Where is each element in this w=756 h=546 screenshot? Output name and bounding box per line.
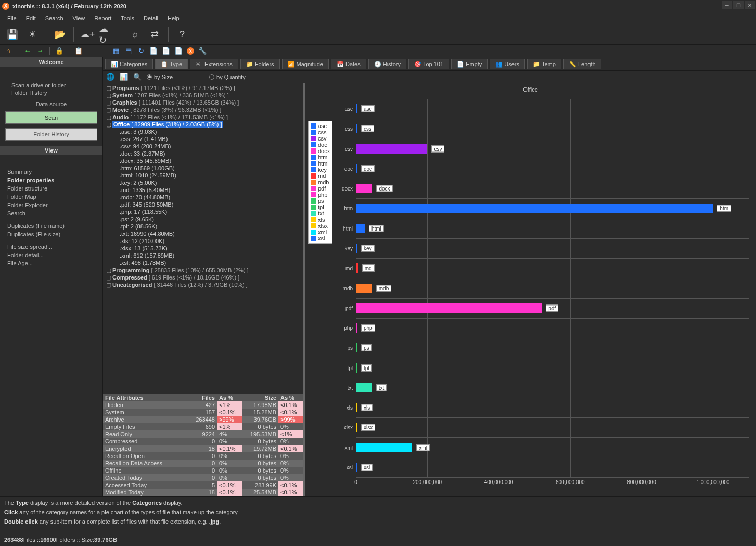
tab-folders[interactable]: 📁Folders [240, 59, 280, 69]
lock-icon[interactable]: 🔒 [55, 47, 63, 55]
chart-bar[interactable] [356, 184, 372, 193]
chart-bar[interactable] [356, 164, 357, 173]
by-quantity-radio[interactable]: by Quantity [209, 74, 246, 80]
chart-bar[interactable] [356, 423, 357, 432]
tab-categories[interactable]: 📊Categories [105, 59, 153, 69]
tab-type[interactable]: 📋Type [155, 59, 188, 69]
folder-history-button[interactable]: Folder History [5, 128, 97, 141]
category-tree[interactable]: ▢Programs [ 1121 Files (<1%) / 917.17MB … [103, 83, 303, 394]
chart-bar[interactable] [356, 263, 358, 273]
doc6-icon[interactable]: 📄 [174, 47, 183, 55]
tree-item[interactable]: .key: 2 (5.00K) [106, 179, 300, 186]
tab-temp[interactable]: 📁Temp [527, 59, 561, 69]
tree-item[interactable]: .docx: 35 (45.89MB) [106, 157, 300, 164]
tree-item[interactable]: .xlsx: 13 (515.73K) [106, 245, 300, 252]
chart-bar[interactable] [356, 323, 357, 333]
attr-row[interactable]: Created Today00%0 bytes0% [103, 474, 303, 481]
wrench-icon[interactable]: 🔧 [198, 47, 207, 55]
tree-category[interactable]: ▢Graphics [ 111401 Files (42%) / 13.65GB… [106, 99, 300, 106]
doc4-icon[interactable]: 📄 [149, 47, 158, 55]
brightness-icon[interactable]: ☼ [126, 26, 143, 43]
tree-item[interactable]: .asc: 3 (9.03K) [106, 128, 300, 135]
chart-bar[interactable] [356, 144, 427, 154]
menu-view[interactable]: View [69, 14, 89, 22]
tree-item[interactable]: .htm: 61569 (1.00GB) [106, 164, 300, 172]
tree-item[interactable]: .xsl: 498 (1.73MB) [106, 259, 300, 266]
tree-item[interactable]: .txt: 16990 (44.80MB) [106, 230, 300, 237]
sidebar-link[interactable]: Duplicates (File name) [0, 222, 102, 230]
attr-row[interactable]: Empty Files690<1%0 bytes0% [103, 423, 303, 430]
open-folder-icon[interactable]: 📂 [52, 26, 68, 43]
save-icon[interactable]: 💾 [4, 26, 21, 43]
sidebar-link[interactable]: Folder properties [0, 176, 102, 184]
tree-item[interactable]: .tpl: 2 (88.56K) [106, 223, 300, 230]
attr-row[interactable]: Hidden427<1%17.98MB<0.1% [103, 401, 303, 409]
tab-dates[interactable]: 📅Dates [331, 59, 366, 69]
tree-item[interactable]: .csv: 94 (200.24MB) [106, 143, 300, 150]
search-icon[interactable]: 🔍 [133, 73, 142, 81]
sidebar-link[interactable]: File Age... [0, 259, 102, 268]
menu-detail[interactable]: Detail [139, 14, 162, 22]
attr-row[interactable]: Accessed Today5<0.1%283.99K<0.1% [103, 481, 303, 489]
refresh-icon[interactable]: ⇄ [146, 26, 163, 43]
doc5-icon[interactable]: 📄 [162, 47, 170, 55]
tree-item[interactable]: .html: 1010 (24.59MB) [106, 172, 300, 179]
x-icon[interactable]: X [187, 47, 194, 55]
menu-tools[interactable]: Tools [117, 14, 138, 22]
tree-category[interactable]: ▢Compressed [ 619 Files (<1%) / 18.16GB … [106, 274, 300, 281]
cloud-add-icon[interactable]: ☁+ [79, 26, 96, 43]
attr-row[interactable]: System157<0.1%15.28MB<0.1% [103, 409, 303, 416]
tree-item[interactable]: .css: 267 (1.41MB) [106, 135, 300, 143]
attr-row[interactable]: Recall on Data Access00%0 bytes0% [103, 460, 303, 467]
doc2-icon[interactable]: ▤ [124, 47, 133, 55]
tree-item[interactable]: .ps: 2 (9.65K) [106, 215, 300, 223]
tree-category[interactable]: ▢System [ 707 Files (<1%) / 336.51MB (<1… [106, 92, 300, 99]
minimize-button[interactable]: ─ [722, 1, 732, 9]
sidebar-link[interactable]: File size spread... [0, 243, 102, 251]
chart-bar[interactable] [356, 383, 372, 392]
tab-top-101[interactable]: 🎯Top 101 [408, 59, 449, 69]
chart-bar[interactable] [356, 363, 357, 373]
menu-report[interactable]: Report [90, 14, 116, 22]
tree-item[interactable]: .xml: 612 (157.89MB) [106, 252, 300, 259]
chart-bar[interactable] [356, 104, 357, 113]
tree-item[interactable]: .xls: 12 (210.00K) [106, 237, 300, 245]
by-size-radio[interactable]: by Size [147, 74, 173, 80]
tree-item[interactable]: .doc: 33 (2.37MB) [106, 150, 300, 157]
back-icon[interactable]: ← [23, 47, 32, 55]
attr-row[interactable]: Archive263448>99%39.76GB>99% [103, 416, 303, 423]
sidebar-link[interactable]: Summary [0, 168, 102, 176]
tab-empty[interactable]: 📄Empty [451, 59, 488, 69]
tab-history[interactable]: 🕘History [368, 59, 406, 69]
menu-help[interactable]: Help [163, 14, 184, 22]
attr-row[interactable]: Compressed00%0 bytes0% [103, 438, 303, 445]
attr-row[interactable]: Encrypted18<0.1%19.72MB<0.1% [103, 445, 303, 452]
scan-drive-label[interactable]: Scan a drive or folder [11, 82, 102, 88]
tree-item[interactable]: .mdb: 70 (44.80MB) [106, 194, 300, 201]
attr-row[interactable]: Recall on Open00%0 bytes0% [103, 452, 303, 460]
forward-icon[interactable]: → [36, 47, 44, 55]
chart-bar[interactable] [356, 224, 365, 233]
tree-category[interactable]: ▢Audio [ 1172 Files (<1%) / 171.53MB (<1… [106, 113, 300, 121]
chart-bar[interactable] [356, 204, 713, 213]
tree-category[interactable]: ▢Movie [ 8278 Files (3%) / 96.32MB (<1%)… [106, 106, 300, 113]
home-icon[interactable]: ⌂ [4, 47, 12, 55]
tab-length[interactable]: 📏Length [563, 59, 601, 69]
chart-bar[interactable] [356, 284, 372, 293]
folder-history-label[interactable]: Folder History [11, 90, 102, 96]
tree-category[interactable]: ▢Uncategorised [ 31446 Files (12%) / 3.7… [106, 281, 300, 288]
maximize-button[interactable]: ☐ [733, 1, 744, 9]
attr-row[interactable]: Offline00%0 bytes0% [103, 467, 303, 474]
menu-file[interactable]: File [3, 14, 21, 22]
sidebar-link[interactable]: Folder detail... [0, 251, 102, 259]
globe-icon[interactable]: 🌐 [106, 73, 114, 81]
chart-bar[interactable] [356, 124, 357, 133]
tree-category[interactable]: ▢Programming [ 25835 Files (10%) / 655.0… [106, 266, 300, 274]
chart-icon[interactable]: 📊 [120, 73, 128, 81]
tab-magnitude[interactable]: 📶Magnitude [282, 59, 329, 69]
sidebar-link[interactable]: Folder Exploder [0, 201, 102, 209]
chart-bar[interactable] [356, 443, 412, 452]
menu-edit[interactable]: Edit [22, 14, 40, 22]
tab-extensions[interactable]: ✳Extensions [190, 59, 238, 69]
copy-icon[interactable]: 📋 [74, 47, 83, 55]
